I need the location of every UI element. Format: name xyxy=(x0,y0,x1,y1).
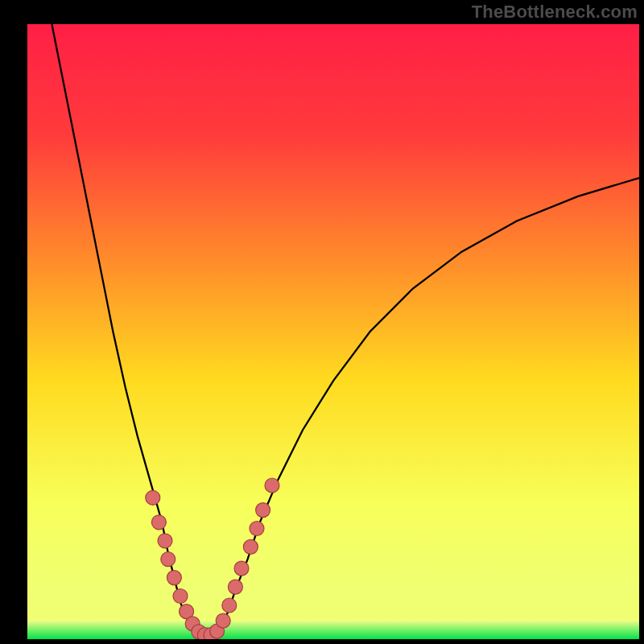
curve-marker xyxy=(256,503,270,518)
bottleneck-curve xyxy=(52,24,639,636)
curve-marker xyxy=(222,598,237,613)
plot-area xyxy=(27,24,639,639)
chart-frame: TheBottleneck.com xyxy=(0,0,644,644)
curve-marker xyxy=(228,580,242,594)
curve-marker xyxy=(265,478,279,493)
curve-marker xyxy=(167,571,181,585)
curve-marker xyxy=(151,515,166,530)
curve-marker xyxy=(250,522,264,536)
curve-marker xyxy=(243,539,258,554)
curve-marker xyxy=(173,589,188,604)
curve-layer xyxy=(27,24,639,639)
curve-marker xyxy=(216,613,230,628)
curve-marker xyxy=(161,552,175,567)
curve-marker xyxy=(146,490,160,505)
curve-markers xyxy=(146,478,279,639)
watermark-text: TheBottleneck.com xyxy=(472,2,638,23)
curve-marker xyxy=(158,534,172,548)
curve-marker xyxy=(234,561,249,576)
